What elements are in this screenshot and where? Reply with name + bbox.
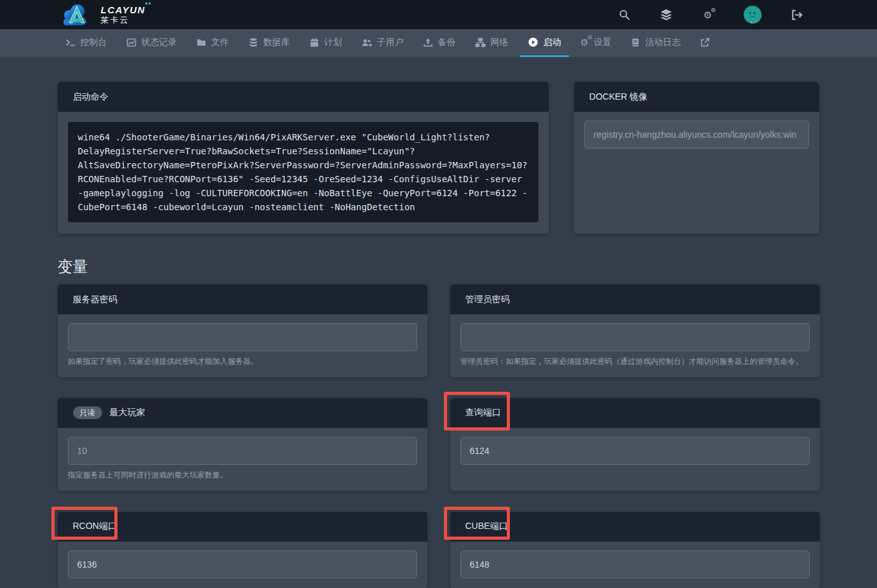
variable-card-query-port: 查询端口 xyxy=(450,398,820,491)
gears-icon: ⚙⚙ xyxy=(580,37,589,47)
play-circle-icon xyxy=(528,37,539,48)
external-link-icon xyxy=(700,37,710,48)
cube-port-input[interactable] xyxy=(460,551,810,578)
query-port-input[interactable] xyxy=(460,437,810,465)
brand-name-cn: 莱卡云 xyxy=(101,16,145,24)
tab-external-link[interactable] xyxy=(692,29,718,57)
tab-backups[interactable]: 备份 xyxy=(415,29,464,57)
variable-card-admin-password: 管理员密码 管理员密码：如果指定，玩家必须提供此密码（通过游戏内控制台）才能访问… xyxy=(450,284,820,377)
gears-icon[interactable]: ⚙⚙ xyxy=(702,8,714,21)
docker-image-card: DOCKER 镜像 xyxy=(574,82,820,234)
variable-title: 查询端口 xyxy=(465,407,501,418)
database-icon xyxy=(248,37,258,48)
variable-title: 最大玩家 xyxy=(110,407,145,418)
server-password-input[interactable] xyxy=(68,323,417,351)
max-players-input xyxy=(68,437,417,465)
search-icon[interactable] xyxy=(618,8,631,21)
tab-network[interactable]: 网络 xyxy=(467,29,516,57)
variable-title: 服务器密码 xyxy=(73,294,117,305)
tab-databases[interactable]: 数据库 xyxy=(241,29,298,57)
topbar: LCAYUN 莱卡云 ⚙⚙ xyxy=(0,0,877,29)
layers-icon[interactable] xyxy=(660,8,673,21)
startup-page: 启动命令 wine64 ./ShooterGame/Binaries/Win64… xyxy=(58,57,820,588)
variable-description: 管理员密码：如果指定，玩家必须提供此密码（通过游戏内控制台）才能访问服务器上的管… xyxy=(460,356,810,367)
variable-title: RCON端口 xyxy=(73,521,117,532)
tab-status[interactable]: 状态记录 xyxy=(119,29,185,57)
calendar-icon xyxy=(309,37,319,48)
variables-heading: 变量 xyxy=(58,257,820,277)
variable-card-rcon-port: RCON端口 xyxy=(58,512,427,588)
log-icon xyxy=(631,37,640,48)
startup-command-code: wine64 ./ShooterGame/Binaries/Win64/PixA… xyxy=(68,122,539,222)
rcon-port-input[interactable] xyxy=(68,551,417,578)
tab-settings[interactable]: ⚙⚙ 设置 xyxy=(573,29,619,57)
tab-users[interactable]: 子用户 xyxy=(354,29,412,57)
sub-navigation: 控制台 状态记录 文件 数据库 xyxy=(0,29,877,57)
variable-card-server-password: 服务器密码 如果指定了密码，玩家必须提供此密码才能加入服务器。 xyxy=(58,284,427,377)
users-icon xyxy=(361,37,372,48)
docker-image-input xyxy=(584,121,810,149)
folder-icon xyxy=(196,37,206,48)
variable-title: 管理员密码 xyxy=(465,294,510,305)
startup-command-card: 启动命令 wine64 ./ShooterGame/Binaries/Win64… xyxy=(58,82,549,234)
user-avatar[interactable] xyxy=(744,6,761,23)
brand-logo[interactable]: LCAYUN 莱卡云 xyxy=(60,3,145,27)
startup-command-title: 启动命令 xyxy=(73,91,109,103)
tab-console[interactable]: 控制台 xyxy=(58,29,115,57)
tab-files[interactable]: 文件 xyxy=(189,29,237,57)
variable-title: CUBE端口 xyxy=(465,521,508,532)
admin-password-input[interactable] xyxy=(460,323,810,351)
tab-schedules[interactable]: 计划 xyxy=(302,29,350,57)
cloud-logo-icon xyxy=(60,3,97,27)
variable-card-max-players: 只读 最大玩家 指定服务器上可同时进行游戏的最大玩家数量。 xyxy=(58,398,427,491)
brand-dots xyxy=(145,3,151,4)
tab-startup[interactable]: 启动 xyxy=(520,29,569,57)
upload-icon xyxy=(423,37,433,48)
readonly-badge: 只读 xyxy=(73,406,102,419)
chart-icon xyxy=(126,37,137,48)
tab-activity[interactable]: 活动日志 xyxy=(623,29,688,57)
sign-out-icon[interactable] xyxy=(791,8,803,21)
network-icon xyxy=(475,37,486,48)
docker-image-title: DOCKER 镜像 xyxy=(589,91,648,103)
variable-card-cube-port: CUBE端口 xyxy=(450,512,820,588)
variable-description: 指定服务器上可同时进行游戏的最大玩家数量。 xyxy=(68,470,417,481)
brand-name: LCAYUN xyxy=(101,5,145,15)
terminal-icon xyxy=(65,37,76,48)
variable-description: 如果指定了密码，玩家必须提供此密码才能加入服务器。 xyxy=(68,356,417,367)
